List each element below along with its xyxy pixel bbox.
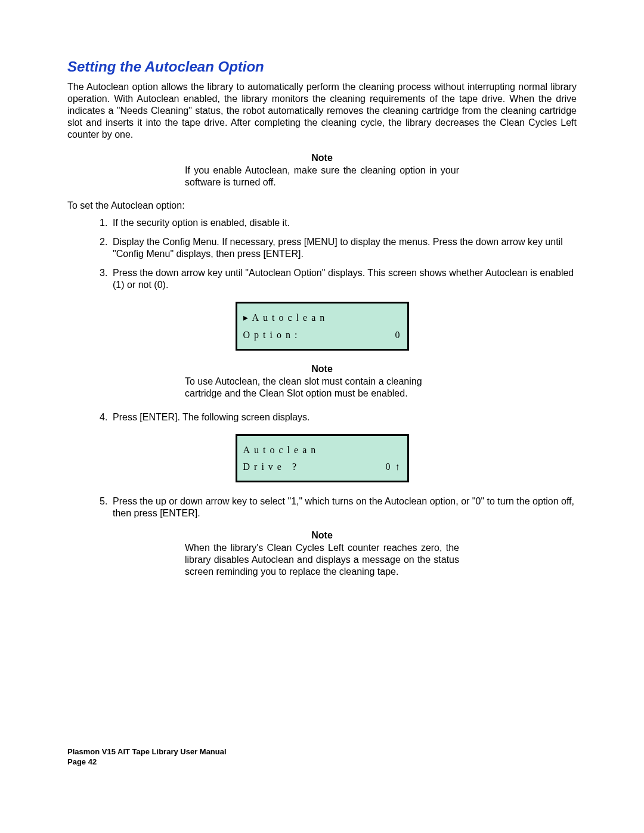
step-text: Press [ENTER]. The following screen disp…	[113, 411, 577, 423]
section-heading: Setting the Autoclean Option	[67, 58, 577, 75]
step-4: 4. Press [ENTER]. The following screen d…	[100, 411, 577, 423]
lcd-screen-2: Autoclean Drive ? 0 ↑	[236, 434, 409, 483]
note-body: When the library's Clean Cycles Left cou…	[185, 542, 459, 578]
step-list-2: 4. Press [ENTER]. The following screen d…	[100, 411, 577, 423]
lcd-line-1: Autoclean	[243, 442, 320, 459]
step-number: 4.	[100, 411, 113, 423]
lcd-line-2-left: Option:	[243, 327, 302, 344]
intro-paragraph: The Autoclean option allows the library …	[67, 81, 577, 141]
step-list: 1. If the security option is enabled, di…	[100, 217, 577, 291]
note-block-1: Note If you enable Autoclean, make sure …	[185, 153, 459, 188]
steps-intro: To set the Autoclean option:	[67, 200, 577, 211]
footer-model-rest: 15 AIT Tape Library User Manual	[107, 747, 226, 756]
lcd-line-2-right: 0	[395, 327, 401, 344]
step-text: Press the down arrow key until "Autoclea…	[113, 267, 577, 291]
step-number: 5.	[100, 496, 113, 519]
step-5: 5. Press the up or down arrow key to sel…	[100, 496, 577, 519]
step-number: 3.	[100, 267, 113, 291]
note-block-3: Note When the library's Clean Cycles Lef…	[185, 530, 459, 578]
lcd-screen-1-wrap: ▸Autoclean Option: 0	[67, 302, 577, 351]
note-body: If you enable Autoclean, make sure the c…	[185, 165, 459, 188]
step-number: 1.	[100, 217, 113, 229]
page-footer: Plasmon V15 AIT Tape Library User Manual…	[67, 747, 227, 767]
footer-brand: Plasmon	[67, 747, 102, 756]
note-body: To use Autoclean, the clean slot must co…	[185, 376, 459, 400]
lcd-line-1: ▸Autoclean	[243, 309, 329, 327]
step-number: 2.	[100, 236, 113, 260]
step-1: 1. If the security option is enabled, di…	[100, 217, 577, 229]
note-title: Note	[185, 153, 459, 163]
step-text: If the security option is enabled, disab…	[113, 217, 577, 229]
footer-page: Page 42	[67, 757, 227, 767]
note-block-2: Note To use Autoclean, the clean slot mu…	[185, 364, 459, 400]
step-list-3: 5. Press the up or down arrow key to sel…	[100, 496, 577, 519]
step-3: 3. Press the down arrow key until "Autoc…	[100, 267, 577, 291]
step-text: Press the up or down arrow key to select…	[113, 496, 577, 519]
lcd-screen-1: ▸Autoclean Option: 0	[236, 302, 409, 351]
note-title: Note	[185, 364, 459, 374]
lcd-line-2-right: 0 ↑	[386, 459, 401, 476]
step-text: Display the Config Menu. If necessary, p…	[113, 236, 577, 260]
lcd-screen-2-wrap: Autoclean Drive ? 0 ↑	[67, 434, 577, 483]
lcd-line-2-left: Drive ?	[243, 459, 301, 476]
step-2: 2. Display the Config Menu. If necessary…	[100, 236, 577, 260]
note-title: Note	[185, 530, 459, 541]
